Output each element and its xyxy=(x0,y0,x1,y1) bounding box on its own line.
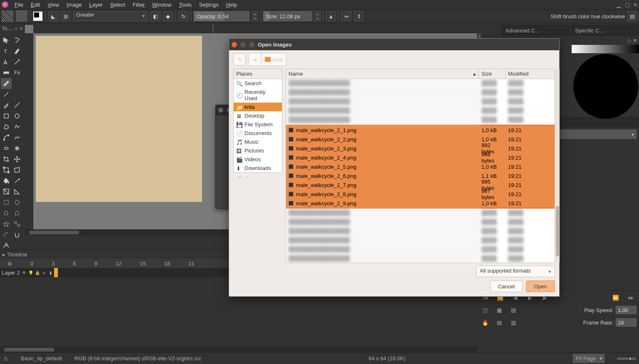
measure-tool-icon[interactable] xyxy=(12,186,22,197)
text-tool-icon[interactable]: T xyxy=(1,46,12,57)
pattern-edit-tool-icon[interactable] xyxy=(12,57,22,67)
cancel-button[interactable]: Cancel xyxy=(490,280,523,292)
file-row[interactable]: male_walkcycle_2_6.png1,1 kB19:21 xyxy=(286,171,555,180)
multi-brush-tool-icon[interactable] xyxy=(12,143,22,154)
remove-frame-icon[interactable]: ▥ xyxy=(508,318,519,327)
brush-pattern-swatch-2[interactable] xyxy=(16,10,27,22)
file-list-scrollbar[interactable] xyxy=(555,69,560,263)
ellipse-tool-icon[interactable] xyxy=(12,111,22,121)
file-row[interactable]: male_walkcycle_2_3.png992 bytes19:21 xyxy=(286,144,555,153)
mirror-y-icon[interactable]: ⇕ xyxy=(354,11,364,21)
play-speed-input[interactable] xyxy=(616,306,637,314)
edit-path-button[interactable]: ✎ xyxy=(233,53,246,66)
place-search[interactable]: 🔍Search xyxy=(234,79,282,88)
polyline-tool-icon[interactable] xyxy=(12,121,22,132)
mirror-x-icon[interactable]: ⇔ xyxy=(341,11,351,21)
tab-advanced-color[interactable]: Advanced C… xyxy=(502,25,570,36)
place-krita[interactable]: 📁krita xyxy=(234,103,282,111)
brush-tool-icon[interactable] xyxy=(1,78,12,89)
menu-tools[interactable]: Tools xyxy=(175,1,195,9)
menu-edit[interactable]: Edit xyxy=(27,1,44,9)
crumb-back-button[interactable]: ◂ xyxy=(249,53,261,66)
eraser-mode-icon[interactable]: ◧ xyxy=(150,11,160,21)
onion-icon[interactable]: ▮ xyxy=(48,270,54,275)
copy-frame-icon[interactable]: ▤ xyxy=(493,318,505,327)
lightness-strip[interactable] xyxy=(572,45,639,53)
open-button[interactable]: Open xyxy=(526,280,555,292)
last-frame-icon[interactable]: ⏭ xyxy=(625,293,637,302)
fg-bg-swap-icon[interactable] xyxy=(33,11,43,21)
place-music[interactable]: 🎵Music xyxy=(234,138,282,146)
line2-tool-icon[interactable] xyxy=(12,100,22,111)
drop-frames-icon[interactable]: ▧ xyxy=(508,305,519,315)
polygon-tool-icon[interactable] xyxy=(1,121,12,132)
remove-bookmark-icon[interactable]: − xyxy=(247,174,250,182)
rect-tool-icon[interactable] xyxy=(1,111,12,121)
dialog-close-icon[interactable] xyxy=(232,42,237,47)
dialog-min-icon[interactable] xyxy=(240,42,246,47)
bezier-sel-tool-icon[interactable] xyxy=(1,229,12,240)
crumb-current[interactable]: krita xyxy=(261,53,286,66)
auto-key-icon[interactable]: ▦ xyxy=(493,305,505,315)
opacity-spinners[interactable]: ▴▾ xyxy=(252,11,258,21)
menu-filter[interactable]: Filter xyxy=(129,1,148,9)
canvas[interactable] xyxy=(36,36,202,202)
menu-layer[interactable]: Layer xyxy=(85,1,106,9)
bg-dialog-close-icon[interactable] xyxy=(218,108,223,113)
line-tool-icon[interactable] xyxy=(1,89,12,100)
gradient2-tool-icon[interactable] xyxy=(1,186,12,197)
menu-image[interactable]: Image xyxy=(63,1,85,9)
menu-help[interactable]: Help xyxy=(222,1,241,9)
brush-dropdown-icon[interactable]: ◣ xyxy=(48,11,58,21)
edit-shapes-tool-icon[interactable] xyxy=(1,57,12,67)
next-keyframe-icon[interactable]: ⏩ xyxy=(610,293,622,302)
ruler-horizontal[interactable] xyxy=(33,25,477,33)
size-spinners[interactable]: ▴▾ xyxy=(315,11,321,21)
timeline-add-icon[interactable]: ⊕ xyxy=(7,261,12,267)
menu-view[interactable]: View xyxy=(44,1,63,9)
rect-sel-tool-icon[interactable] xyxy=(1,197,12,208)
add-bookmark-icon[interactable]: + xyxy=(238,174,242,182)
canvas-scroll-up-icon[interactable]: ▴ xyxy=(477,33,482,38)
brush-pattern-swatch[interactable] xyxy=(2,10,13,22)
tab-specific-color[interactable]: Specific C… xyxy=(571,25,639,36)
dock-float-icon[interactable]: ◇ xyxy=(15,26,18,31)
place-recently-used[interactable]: 🕘Recently Used xyxy=(234,88,282,103)
menu-settings[interactable]: Settings xyxy=(195,1,222,9)
contig-sel-tool-icon[interactable] xyxy=(1,219,12,229)
alpha-icon[interactable]: α xyxy=(41,270,47,275)
crop-tool-icon[interactable] xyxy=(1,154,12,165)
size-slider[interactable]: Size: 12.08 px xyxy=(263,11,312,21)
freehand-path-tool-icon[interactable] xyxy=(12,132,22,143)
menu-file[interactable]: File xyxy=(11,1,27,9)
move2-tool-icon[interactable] xyxy=(12,154,22,165)
file-row[interactable]: male_walkcycle_2_2.png1,0 kB19:21 xyxy=(286,135,555,144)
fx-tool-icon[interactable]: Fx xyxy=(12,67,22,78)
dock-close-icon[interactable]: ✕ xyxy=(633,37,637,44)
timeline-scrollbar[interactable] xyxy=(0,347,477,352)
header-name[interactable]: Name▴ xyxy=(286,69,479,79)
file-row[interactable]: male_walkcycle_2_5.png1,0 kB19:21 xyxy=(286,162,555,171)
window-maximize-icon[interactable]: ▢ xyxy=(625,2,631,7)
ellipse-sel-tool-icon[interactable] xyxy=(12,197,22,208)
color-wheel[interactable] xyxy=(573,54,638,119)
header-size[interactable]: Size xyxy=(479,69,506,79)
window-minimize-icon[interactable]: ▁ xyxy=(617,2,622,7)
timeline-collapse-icon[interactable]: ▸ xyxy=(2,251,5,258)
lock-icon[interactable]: 🔒 xyxy=(35,270,40,275)
calligraphy-tool-icon[interactable] xyxy=(12,46,22,57)
dialog-max-icon[interactable] xyxy=(249,42,254,47)
place-file-system[interactable]: 💾File System xyxy=(234,120,282,129)
zoom-combo[interactable]: Fit Page xyxy=(573,354,604,363)
place-documents[interactable]: 📄Documents xyxy=(234,129,282,138)
bezier-tool-icon[interactable] xyxy=(1,132,12,143)
onion-skin-icon[interactable]: ◫ xyxy=(479,305,491,315)
dialog-titlebar[interactable]: Open Images xyxy=(229,39,559,50)
file-row[interactable]: male_walkcycle_2_1.png1,0 kB19:21 xyxy=(286,125,555,135)
similar-sel-tool-icon[interactable] xyxy=(12,219,22,229)
place-downloads[interactable]: ⬇Downloads xyxy=(234,164,282,172)
menu-window[interactable]: Window xyxy=(148,1,175,9)
transform2-tool-icon[interactable] xyxy=(1,165,12,175)
mirror-h-icon[interactable]: ▲ xyxy=(326,11,336,21)
poly-sel-tool-icon[interactable] xyxy=(1,208,12,219)
